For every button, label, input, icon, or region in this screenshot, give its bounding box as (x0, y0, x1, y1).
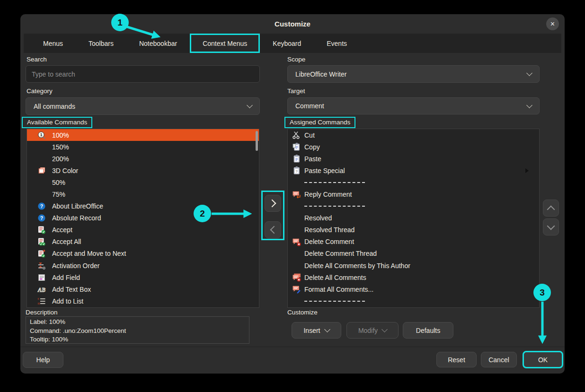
separator-dashes (304, 301, 365, 302)
annotation-badge-2: 2 (194, 205, 211, 222)
list-item[interactable]: IIIIIAdd to List (27, 295, 259, 307)
list-item[interactable]: Copy (288, 141, 539, 153)
delete-all-comments-icon (292, 273, 301, 282)
list-item-label: About LibreOffice (52, 202, 103, 210)
list-item[interactable]: Delete All Comments (288, 271, 539, 283)
customize-dialog: Customize × MenusToolbarsNotebookbarCont… (20, 14, 565, 374)
tab-label: Menus (43, 40, 63, 47)
paste-special-icon: ? (292, 166, 301, 175)
target-label: Target (287, 87, 305, 95)
move-up-button[interactable] (543, 200, 559, 217)
list-item[interactable]: ?Paste Special (288, 165, 539, 176)
list-item-label: Cut (304, 131, 315, 139)
list-item[interactable]: Delete Comment (288, 236, 539, 248)
insert-button[interactable]: Insert (292, 322, 341, 339)
list-item[interactable]: ?Absolute Record (27, 212, 259, 224)
list-item[interactable]: Reply Comment (288, 188, 539, 200)
list-item[interactable]: 50% (27, 176, 259, 188)
list-item-label: Absolute Record (52, 214, 101, 222)
tab-label: Toolbars (89, 40, 114, 47)
tab-label: Events (327, 40, 347, 47)
list-separator-row[interactable] (288, 176, 539, 188)
list-separator-row[interactable] (288, 295, 539, 307)
list-item-label: Add Text Box (52, 286, 91, 293)
list-item[interactable]: 75% (27, 188, 259, 200)
list-item[interactable]: Delete Comment Thread (288, 248, 539, 260)
close-button[interactable]: × (546, 17, 559, 30)
list-item-label: Format All Comments... (304, 286, 373, 293)
cut-icon (292, 131, 301, 139)
list-item[interactable]: Accept and Move to Next (27, 248, 259, 260)
list-item[interactable]: ABAdd Text Box (27, 283, 259, 295)
list-item[interactable]: ?About LibreOffice (27, 200, 259, 212)
help-button[interactable]: Help (23, 352, 63, 368)
ok-button[interactable]: OK (523, 351, 563, 368)
tab-notebookbar[interactable]: Notebookbar (126, 34, 190, 53)
list-item[interactable]: Format All Comments... (288, 283, 539, 295)
reset-button-label: Reset (448, 356, 465, 364)
defaults-button[interactable]: Defaults (403, 322, 453, 339)
list-item-label: 200% (52, 155, 69, 163)
list-item-label: Add to List (52, 297, 83, 305)
svg-text:?: ? (40, 203, 43, 209)
tab-events[interactable]: Events (314, 34, 360, 53)
list-item-label: 75% (52, 191, 65, 198)
list-item[interactable]: 200% (27, 153, 259, 165)
scope-select[interactable]: LibreOffice Writer (287, 65, 540, 83)
accept-icon (37, 226, 46, 234)
list-item-label: Add Field (52, 274, 80, 281)
ok-button-label: OK (538, 356, 548, 364)
list-item[interactable]: Paste (288, 153, 539, 165)
description-line: Tooltip: 100% (30, 335, 245, 344)
tab-toolbars[interactable]: Toolbars (76, 34, 126, 53)
annotation-badge-3: 3 (533, 284, 551, 301)
move-left-button[interactable] (265, 221, 281, 238)
list-item[interactable]: Activation Order (27, 260, 259, 271)
search-label: Search (27, 56, 47, 63)
list-item[interactable]: Accept All (27, 236, 259, 248)
list-item[interactable]: 1100% (27, 129, 259, 141)
reply-comment-icon (292, 190, 301, 199)
tab-context-menus[interactable]: Context Menus (190, 34, 260, 53)
list-item[interactable]: Add Field (27, 271, 259, 283)
list-item[interactable]: Accept (27, 224, 259, 236)
scrollbar-thumb[interactable] (256, 131, 258, 151)
tab-keyboard[interactable]: Keyboard (260, 34, 314, 53)
list-item[interactable]: Resolved (288, 212, 539, 224)
move-right-button[interactable] (265, 195, 281, 212)
icon-spacer (292, 178, 301, 187)
icon-spacer (37, 155, 46, 163)
reset-button[interactable]: Reset (436, 352, 477, 367)
zoom-100-icon: 1 (37, 131, 46, 139)
list-separator-row[interactable] (288, 200, 539, 212)
chevron-down-icon (324, 326, 330, 332)
list-item[interactable]: Resolved Thread (288, 224, 539, 236)
title-bar: Customize × (20, 14, 565, 34)
tab-label: Notebookbar (139, 40, 177, 47)
list-item[interactable]: Delete All Comments by This Author (288, 260, 539, 271)
assigned-commands-list[interactable]: CutCopyPaste?Paste SpecialReply CommentR… (287, 129, 540, 308)
list-item[interactable]: 3D Color (27, 165, 259, 176)
svg-text:III: III (38, 302, 40, 305)
modify-button[interactable]: Modify (346, 322, 399, 339)
icon-spacer (292, 296, 301, 305)
svg-text:II: II (38, 297, 40, 300)
list-item-label: Paste (304, 155, 321, 163)
tab-menus[interactable]: Menus (30, 34, 76, 53)
search-input[interactable] (26, 65, 260, 83)
chevron-down-icon (526, 70, 532, 76)
footer-divider (20, 347, 565, 347)
list-item[interactable]: 150% (27, 141, 259, 153)
cancel-button[interactable]: Cancel (481, 352, 517, 367)
category-select[interactable]: All commands (26, 97, 260, 115)
list-item[interactable]: Cut (288, 129, 539, 141)
target-select[interactable]: Comment (287, 97, 540, 114)
move-down-button[interactable] (543, 218, 559, 235)
separator-dashes (304, 206, 365, 207)
available-commands-label: Available Commands (22, 117, 92, 128)
available-commands-list[interactable]: 1100%150%200%3D Color50%75%?About LibreO… (27, 129, 259, 308)
chevron-down-icon (547, 222, 555, 230)
tab-label: Context Menus (203, 40, 247, 47)
svg-text:1: 1 (40, 132, 43, 137)
tab-label: Keyboard (273, 40, 301, 47)
